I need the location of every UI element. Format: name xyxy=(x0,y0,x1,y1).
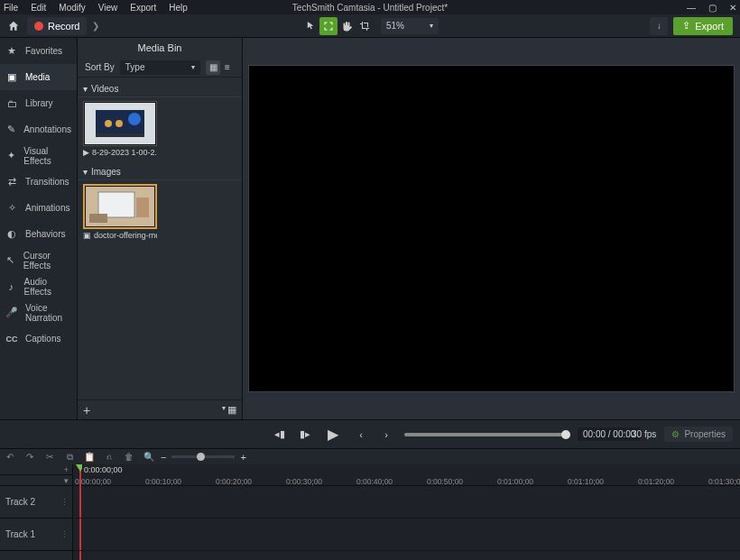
track-row[interactable] xyxy=(73,519,740,551)
add-media-button[interactable]: + xyxy=(83,403,90,418)
zoom-out-button[interactable]: − xyxy=(161,452,166,463)
play-button[interactable]: ▶ xyxy=(321,423,345,446)
properties-button[interactable]: ⚙ Properties xyxy=(664,427,733,442)
svg-rect-5 xyxy=(96,133,144,137)
cut-button[interactable]: ✂ xyxy=(43,451,56,464)
timeline: + ▾ Track 2⋮ Track 1⋮ 0:00:00;00 0:00:00… xyxy=(0,464,740,560)
track-menu-button[interactable]: ▾ xyxy=(64,476,69,485)
transitions-icon: ⇄ xyxy=(5,176,18,188)
tab-voice-narration[interactable]: 🎤Voice Narration xyxy=(0,299,77,326)
menu-view[interactable]: View xyxy=(98,3,118,13)
tab-behaviors[interactable]: ◐Behaviors xyxy=(0,221,77,247)
tick: 0:00:10;00 xyxy=(145,477,181,486)
timeline-tools: ↶ ↷ ✂ ⧉ 📋 ⎌ 🗑 🔍 − + xyxy=(0,448,740,464)
menu-help[interactable]: Help xyxy=(169,3,188,13)
tick: 0:01:10;00 xyxy=(568,477,604,486)
annotations-icon: ✎ xyxy=(5,124,16,136)
menu-export[interactable]: Export xyxy=(130,3,156,13)
tab-transitions[interactable]: ⇄Transitions xyxy=(0,169,77,195)
chevron-down-icon: ▾ xyxy=(430,22,433,30)
tab-audio-effects[interactable]: ♪Audio Effects xyxy=(0,273,77,299)
tool-pan[interactable] xyxy=(338,17,356,35)
zoom-in-button[interactable]: + xyxy=(240,452,245,463)
svg-rect-9 xyxy=(89,214,107,223)
caret-down-icon: ▾ xyxy=(83,84,88,94)
paste-button[interactable]: 📋 xyxy=(83,451,96,464)
record-label: Record xyxy=(48,21,79,32)
record-button[interactable]: Record xyxy=(27,17,87,35)
group-videos[interactable]: ▾Videos xyxy=(78,81,242,97)
next-marker-button[interactable]: › xyxy=(377,426,395,444)
record-menu-chevron[interactable]: ❯ xyxy=(92,21,99,31)
split-button[interactable]: ⎌ xyxy=(103,451,116,464)
visual-effects-icon: ✦ xyxy=(5,150,16,162)
track-row[interactable] xyxy=(73,486,740,519)
close-button[interactable]: ✕ xyxy=(729,3,736,13)
delete-button[interactable]: 🗑 xyxy=(123,451,135,464)
record-icon xyxy=(34,22,43,31)
add-track-button[interactable]: + xyxy=(64,465,69,474)
prev-frame-button[interactable]: ◂▮ xyxy=(271,426,289,444)
track-handle-icon[interactable]: ⋮ xyxy=(60,498,69,507)
track-label-1[interactable]: Track 1⋮ xyxy=(0,519,72,551)
minimize-button[interactable]: — xyxy=(687,3,696,13)
mic-icon: 🎤 xyxy=(5,307,18,319)
timeline-ruler[interactable]: 0:00:00;00 0:00:00;00 0:00:10;00 0:00:20… xyxy=(73,464,740,486)
tick: 0:00:00;00 xyxy=(75,477,111,486)
undo-button[interactable]: ↶ xyxy=(4,451,16,464)
tab-captions[interactable]: CCCaptions xyxy=(0,326,77,352)
scrubber-knob[interactable] xyxy=(561,430,570,439)
prev-marker-button[interactable]: ‹ xyxy=(352,426,370,444)
menu-modify[interactable]: Modify xyxy=(59,3,85,13)
menu-file[interactable]: File xyxy=(4,3,18,13)
zoom-slider[interactable] xyxy=(171,455,235,458)
export-label: Export xyxy=(695,21,724,32)
fps-readout: 30 fps xyxy=(632,429,656,439)
tool-select[interactable] xyxy=(301,17,319,35)
track-label-2[interactable]: Track 2⋮ xyxy=(0,486,72,519)
timeline-body[interactable]: 0:00:00;00 0:00:00;00 0:00:10;00 0:00:20… xyxy=(73,464,740,560)
tick: 0:00:20;00 xyxy=(216,477,252,486)
sort-select[interactable]: Type ▾ xyxy=(120,60,200,75)
panel-title: Media Bin xyxy=(78,38,242,58)
playhead-readout: 0:00:00;00 xyxy=(82,464,125,475)
track-handle-icon[interactable]: ⋮ xyxy=(60,530,69,539)
star-icon: ★ xyxy=(5,45,18,58)
preview-canvas[interactable] xyxy=(248,65,735,392)
tab-visual-effects[interactable]: ✦Visual Effects xyxy=(0,142,77,169)
maximize-button[interactable]: ▢ xyxy=(708,3,717,13)
home-button[interactable] xyxy=(4,17,23,35)
copy-button[interactable]: ⧉ xyxy=(63,451,76,464)
menubar: File Edit Modify View Export Help TechSm… xyxy=(0,0,740,14)
next-frame-button[interactable]: ▮▸ xyxy=(296,426,314,444)
export-button[interactable]: ⇪ Export xyxy=(673,17,733,35)
media-item-image[interactable]: ▣doctor-offering-me... xyxy=(83,184,157,240)
tab-library[interactable]: 🗀Library xyxy=(0,90,77,116)
view-list[interactable]: ≡ xyxy=(220,60,235,75)
redo-button[interactable]: ↷ xyxy=(23,451,36,464)
view-grid[interactable]: ▦ xyxy=(206,60,220,75)
scrubber[interactable] xyxy=(404,433,567,436)
tab-annotations[interactable]: ✎Annotations xyxy=(0,116,77,142)
zoom-timeline-button[interactable]: 🔍 xyxy=(143,451,155,464)
media-item-video[interactable]: ▶8-29-2023 1-00-2... xyxy=(83,101,157,157)
media-panel: Media Bin Sort By Type ▾ ▦ ≡ ▾Videos ▶8-… xyxy=(78,38,243,419)
tab-animations[interactable]: ✧Animations xyxy=(0,195,77,221)
captions-icon: CC xyxy=(5,333,18,345)
download-button[interactable]: ↓ xyxy=(650,17,668,35)
tab-favorites[interactable]: ★Favorites xyxy=(0,38,77,64)
chevron-down-icon: ▾ xyxy=(191,63,195,71)
menu-edit[interactable]: Edit xyxy=(31,3,46,13)
zoom-combo[interactable]: 51% ▾ xyxy=(381,18,439,34)
tab-cursor-effects[interactable]: ↖Cursor Effects xyxy=(0,247,77,273)
audio-effects-icon: ♪ xyxy=(5,280,17,293)
panel-menu-button[interactable]: ▾ xyxy=(222,404,226,416)
video-thumb-icon xyxy=(85,103,155,144)
sort-label: Sort By xyxy=(85,62,115,72)
tool-crop[interactable] xyxy=(356,17,374,35)
gear-icon: ⚙ xyxy=(671,429,680,439)
group-images[interactable]: ▾Images xyxy=(78,164,242,180)
tab-media[interactable]: ▣Media xyxy=(0,64,77,90)
panel-grid-button[interactable]: ▦ xyxy=(227,404,236,416)
tool-resize[interactable] xyxy=(319,17,338,35)
